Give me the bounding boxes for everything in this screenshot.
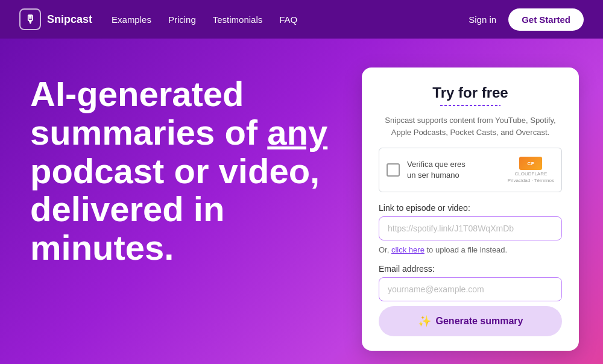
captcha-text: Verifica que eres un ser humano	[407, 159, 466, 181]
nav-links: Examples Pricing Testimonials FAQ	[112, 14, 449, 25]
try-for-free-card: Try for free Snipcast supports content f…	[362, 67, 579, 351]
generate-btn-label: Generate summary	[436, 316, 523, 327]
cloudflare-sub: Privacidad · Términos	[508, 178, 554, 183]
captcha-left: Verifica que eres un ser humano	[387, 159, 466, 181]
cloudflare-badge: CF CLOUDFLARE Privacidad · Términos	[508, 157, 554, 183]
sparkle-icon: ✨	[418, 315, 431, 328]
get-started-button[interactable]: Get Started	[508, 8, 584, 31]
navbar: 🎙 Snipcast Examples Pricing Testimonials…	[0, 0, 603, 39]
cloudflare-label: CLOUDFLARE	[514, 171, 547, 177]
hero-title: AI-generated summaries of any podcast or…	[30, 75, 338, 267]
cloudflare-logo: CF	[519, 157, 542, 170]
captcha-checkbox[interactable]	[387, 163, 400, 177]
sign-in-link[interactable]: Sign in	[469, 14, 496, 25]
nav-pricing[interactable]: Pricing	[168, 14, 196, 25]
card-title: Try for free	[379, 84, 562, 101]
captcha-widget[interactable]: Verifica que eres un ser humano CF CLOUD…	[379, 148, 562, 192]
generate-summary-button[interactable]: ✨ Generate summary	[379, 306, 562, 336]
email-input[interactable]	[379, 277, 562, 301]
email-field-label: Email address:	[379, 264, 562, 274]
logo-text: Snipcast	[47, 13, 92, 26]
card-subtitle: Snipcast supports content from YouTube, …	[379, 115, 562, 138]
nav-examples[interactable]: Examples	[112, 14, 151, 25]
nav-faq[interactable]: FAQ	[279, 14, 297, 25]
link-field-label: Link to episode or video:	[379, 203, 562, 213]
hero-text: AI-generated summaries of any podcast or…	[30, 63, 338, 267]
link-input[interactable]	[379, 216, 562, 240]
nav-right: Sign in Get Started	[469, 8, 584, 31]
upload-link[interactable]: click here	[391, 245, 425, 254]
logo-icon: 🎙	[19, 8, 41, 30]
nav-testimonials[interactable]: Testimonials	[213, 14, 263, 25]
logo[interactable]: 🎙 Snipcast	[19, 8, 92, 30]
upload-hint: Or, click here to upload a file instead.	[379, 245, 562, 254]
hero-section: AI-generated summaries of any podcast or…	[0, 39, 603, 364]
card-title-underline	[440, 105, 500, 106]
